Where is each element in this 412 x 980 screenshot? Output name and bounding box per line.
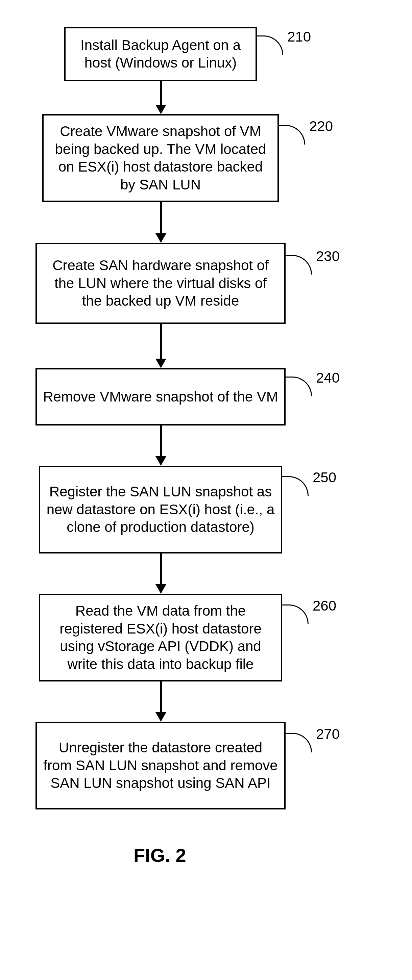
ref-260: 260 — [313, 598, 336, 614]
arrow-250-260-head — [155, 584, 166, 594]
step-230-box: Create SAN hardware snapshot of the LUN … — [35, 243, 286, 324]
step-210-text: Install Backup Agent on a host (Windows … — [72, 37, 249, 72]
ref-240: 240 — [316, 370, 340, 386]
step-220-text: Create VMware snapshot of VM being backe… — [50, 123, 271, 194]
ref-270: 270 — [316, 726, 340, 742]
arrow-230-240-head — [155, 359, 166, 368]
ref-210: 210 — [287, 29, 311, 45]
arrow-210-220-line — [160, 81, 162, 105]
figure-label: FIG. 2 — [134, 844, 186, 866]
step-270-box: Unregister the datastore created from SA… — [35, 722, 286, 810]
step-240-box: Remove VMware snapshot of the VM — [35, 368, 286, 425]
leader-240 — [286, 377, 312, 396]
arrow-230-240-line — [160, 324, 162, 359]
leader-210 — [257, 35, 283, 55]
arrow-260-270-line — [160, 681, 162, 713]
leader-220 — [279, 125, 305, 145]
step-230-text: Create SAN hardware snapshot of the LUN … — [43, 257, 278, 310]
leader-230 — [286, 255, 312, 275]
step-220-box: Create VMware snapshot of VM being backe… — [42, 114, 279, 202]
step-240-text: Remove VMware snapshot of the VM — [43, 388, 278, 406]
step-270-text: Unregister the datastore created from SA… — [43, 739, 278, 792]
step-250-box: Register the SAN LUN snapshot as new dat… — [39, 466, 282, 554]
arrow-220-230-head — [155, 233, 166, 243]
step-260-box: Read the VM data from the registered ESX… — [39, 594, 282, 681]
flowchart-canvas: Install Backup Agent on a host (Windows … — [0, 0, 412, 980]
arrow-250-260-line — [160, 554, 162, 585]
arrow-210-220-head — [155, 105, 166, 114]
arrow-260-270-head — [155, 712, 166, 722]
step-250-text: Register the SAN LUN snapshot as new dat… — [46, 483, 275, 536]
arrow-240-250-head — [155, 456, 166, 466]
ref-230: 230 — [316, 248, 340, 264]
leader-250 — [282, 476, 308, 496]
leader-260 — [282, 605, 308, 624]
ref-250: 250 — [313, 469, 336, 485]
arrow-240-250-line — [160, 425, 162, 457]
leader-270 — [286, 733, 312, 752]
arrow-220-230-line — [160, 202, 162, 234]
step-210-box: Install Backup Agent on a host (Windows … — [64, 27, 257, 81]
step-260-text: Read the VM data from the registered ESX… — [46, 602, 275, 673]
ref-220: 220 — [309, 118, 333, 134]
